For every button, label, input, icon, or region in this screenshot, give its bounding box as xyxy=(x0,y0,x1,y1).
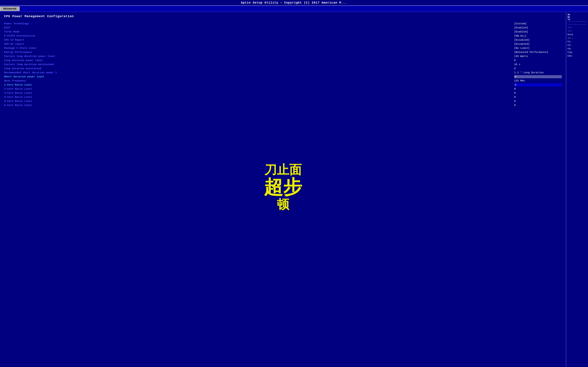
table-row: P-STATE Coordination[HW_ALL] xyxy=(4,34,562,38)
table-row: Base Frequency133 MHz xyxy=(4,79,562,83)
setting-label: Long duration power limit xyxy=(4,59,514,62)
table-row: Package C State limit[No Limit] xyxy=(4,46,562,50)
setting-value: 133 MHz xyxy=(514,79,562,82)
setting-label: Power Technology xyxy=(4,22,514,25)
sidebar-key-updown: ↑↓: xyxy=(568,30,587,32)
table-row: Energy Performance[Balanced Performance] xyxy=(4,50,562,54)
setting-label: Energy Performance xyxy=(4,51,514,54)
table-row: 3-Core Ratio Limit0 xyxy=(4,91,562,95)
main-container: CPU Power Management Configuration Power… xyxy=(0,12,588,367)
setting-value: [Balanced Performance] xyxy=(514,51,562,54)
table-row: Factory long duration maintained10 s xyxy=(4,62,562,67)
setting-label: 5-Core Ratio Limit xyxy=(4,100,514,103)
table-row: Factory long duration power limit135 Wat… xyxy=(4,54,562,58)
setting-label: CPU C3 Report xyxy=(4,38,514,42)
table-row: 4-Core Ratio Limit0 xyxy=(4,95,562,99)
table-row[interactable]: Short duration power limit0 xyxy=(4,75,562,79)
setting-label: 2-Core Ratio Limit xyxy=(4,87,514,91)
settings-table: Power Technology[Custom]EIST[Enabled]Tur… xyxy=(4,22,562,107)
table-row: 2-Core Ratio Limit0 xyxy=(4,87,562,91)
setting-label: 6-Core Ratio Limit xyxy=(4,104,514,107)
table-row: Long duration maintained0 xyxy=(4,67,562,71)
table-row: EIST[Enabled] xyxy=(4,26,562,30)
setting-value: 0 xyxy=(514,67,562,70)
watermark-line3: 顿 xyxy=(264,197,302,211)
setting-label: Package C State limit xyxy=(4,47,514,50)
table-row: CPU C6 report[Disabled] xyxy=(4,42,562,46)
table-row: 5-Core Ratio Limit0 xyxy=(4,99,562,103)
setting-value: 0 xyxy=(514,87,562,91)
watermark-line2: 超步 xyxy=(264,176,302,197)
table-row: Power Technology[Custom] xyxy=(4,22,562,26)
setting-label: Long duration maintained xyxy=(4,67,514,70)
sidebar-key-nav: →←: xyxy=(568,26,587,29)
setting-label: Base Frequency xyxy=(4,79,514,82)
setting-value: 0 xyxy=(514,75,562,78)
table-row: 6-Core Ratio Limit0 xyxy=(4,103,562,107)
setting-value: 0 xyxy=(514,104,562,107)
sidebar-key-esc: ESC: xyxy=(568,55,587,57)
table-row: Turbo Mode[Enabled] xyxy=(4,30,562,34)
setting-value: 0 xyxy=(514,96,562,99)
setting-label: Recommended short duration power l xyxy=(4,71,514,74)
setting-value: 0 xyxy=(514,100,562,103)
sidebar-key-f2: F2: xyxy=(568,44,587,47)
setting-value: [Custom] xyxy=(514,22,562,25)
sidebar-title: ShWaTa xyxy=(568,14,587,22)
setting-label: Short duration power limit xyxy=(4,75,514,78)
sidebar-key-plusminus: +/-: xyxy=(568,37,587,40)
sidebar-divider xyxy=(568,24,587,25)
setting-value: 0 xyxy=(514,92,562,95)
table-row: Long duration power limit0 xyxy=(4,58,562,62)
setting-value: [Enabled] xyxy=(514,30,562,33)
watermark-line1: 刀止面 xyxy=(264,163,302,176)
setting-value: 0 xyxy=(514,59,562,62)
setting-value: [No Limit] xyxy=(514,47,562,50)
setting-label: Factory long duration maintained xyxy=(4,63,514,66)
setting-value: 0 xyxy=(514,83,562,86)
setting-label: Factory long duration power limit xyxy=(4,55,514,58)
sidebar: ShWaTa →←: ↑↓: Ente +/-: F1: F2: F9: F10… xyxy=(566,12,588,367)
setting-value: 135 Watts xyxy=(514,55,562,58)
title-bar: Aptio Setup Utility – Copyright (C) 2017… xyxy=(0,0,588,6)
setting-value: 10 s xyxy=(514,63,562,66)
sidebar-key-f10: F10: xyxy=(568,51,587,54)
menu-bar: Advanced xyxy=(0,6,588,12)
sidebar-key-enter: Ente xyxy=(568,33,587,36)
setting-value: [Disabled] xyxy=(514,42,562,46)
setting-label: 3-Core Ratio Limit xyxy=(4,92,514,95)
sidebar-key-f9: F9: xyxy=(568,48,587,50)
section-title: CPU Power Management Configuration xyxy=(4,15,562,18)
setting-value: [Enabled] xyxy=(514,26,562,29)
setting-label: Turbo Mode xyxy=(4,30,514,33)
setting-value: [Disabled] xyxy=(514,38,562,42)
setting-label: 4-Core Ratio Limit xyxy=(4,96,514,99)
table-row: Recommended short duration power l1.2 * … xyxy=(4,71,562,75)
tab-advanced[interactable]: Advanced xyxy=(0,7,20,11)
setting-label: CPU C6 report xyxy=(4,42,514,46)
setting-label: 1-Core Ratio Limit xyxy=(4,83,514,86)
sidebar-key-f1: F1: xyxy=(568,41,587,43)
table-row[interactable]: 1-Core Ratio Limit0 xyxy=(4,83,562,87)
setting-label: EIST xyxy=(4,26,514,29)
content-area: CPU Power Management Configuration Power… xyxy=(0,12,566,367)
setting-value: 1.2 * Long Duration xyxy=(514,71,562,74)
setting-label: P-STATE Coordination xyxy=(4,34,514,37)
watermark-overlay: 刀止面 超步 顿 xyxy=(264,163,302,211)
setting-value: [HW_ALL] xyxy=(514,34,562,37)
table-row: CPU C3 Report[Disabled] xyxy=(4,38,562,42)
